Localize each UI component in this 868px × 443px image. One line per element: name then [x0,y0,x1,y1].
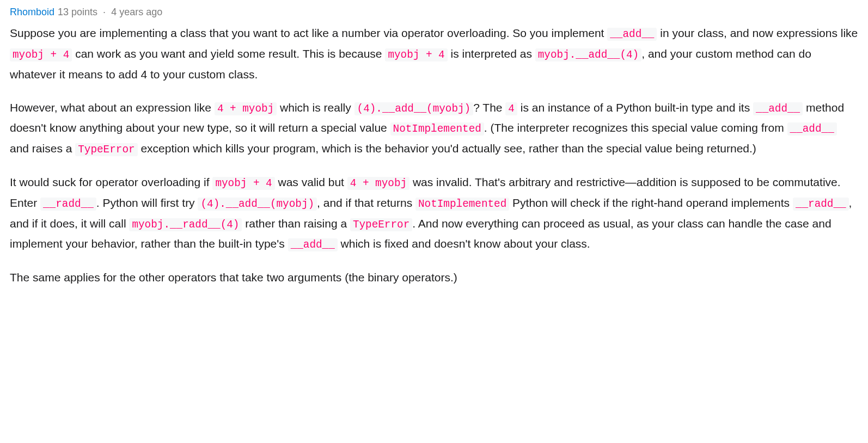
text: Suppose you are implementing a class tha… [10,27,607,39]
code-inline: myobj.__radd__(4) [129,218,242,231]
code-inline: 4 [505,102,517,115]
code-inline: (4).__add__(myobj) [354,102,474,115]
text: , and if that returns [317,196,415,209]
code-inline: __radd__ [793,198,849,211]
code-inline: (4).__add__(myobj) [198,198,317,211]
code-inline: __add__ [787,122,837,136]
paragraph-2: However, what about an expression like 4… [10,98,858,159]
text: . Python will first try [96,196,198,209]
text: is interpreted as [448,47,535,60]
text: However, what about an expression like [10,101,215,114]
code-inline: NotImplemented [415,198,509,211]
text: It would suck for operator overloading i… [10,176,212,188]
code-inline: TypeError [75,143,137,156]
code-inline: myobj + 4 [10,48,72,61]
text: which is fixed and doesn't know about yo… [338,237,590,250]
text: which is really [277,101,354,114]
code-inline: myobj.__add__(4) [535,48,641,61]
comment-header: Rhomboid 13 points · 4 years ago [10,5,858,19]
comment-points: 13 points [58,5,97,19]
code-inline: __add__ [288,238,338,251]
comment-body: Suppose you are implementing a class tha… [10,23,858,288]
code-inline: 4 + myobj [215,102,277,115]
meta-separator: · [103,5,106,19]
text: rather than raising a [242,217,350,230]
text: ? The [473,101,505,114]
text: exception which kills your program, whic… [138,142,756,155]
text: and raises a [10,142,75,155]
comment-timestamp: 4 years ago [111,5,162,19]
code-inline: __add__ [753,102,803,115]
paragraph-3: It would suck for operator overloading i… [10,173,858,255]
code-inline: __add__ [607,28,657,41]
code-inline: __radd__ [40,198,96,211]
code-inline: TypeError [350,218,412,231]
text: Python will check if the right-hand oper… [509,196,793,209]
code-inline: myobj + 4 [385,48,447,61]
text: is an instance of a Python built-in type… [517,101,753,114]
code-inline: 4 + myobj [347,177,409,190]
text: can work as you want and yield some resu… [72,47,385,60]
paragraph-1: Suppose you are implementing a class tha… [10,23,858,84]
code-inline: myobj + 4 [212,177,274,190]
text: was valid but [275,176,347,188]
code-inline: NotImplemented [390,122,484,136]
comment-author-link[interactable]: Rhomboid [10,5,54,19]
text: . (The interpreter recognizes this speci… [484,121,787,134]
text: in your class, and now expressions like [657,27,858,39]
paragraph-4: The same applies for the other operators… [10,268,858,288]
text: The same applies for the other operators… [10,271,457,284]
